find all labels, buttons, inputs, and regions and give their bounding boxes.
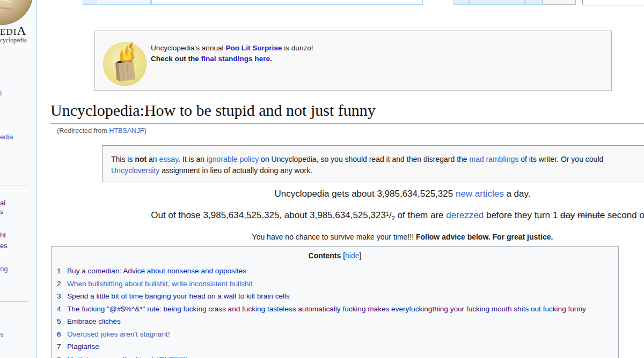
sidebar-link-fragment-4[interactable]: s — [0, 208, 3, 215]
redirect-prefix: (Redirected from — [57, 127, 109, 135]
toc-header: Contents [hide] — [52, 251, 618, 260]
toc-item-number: 8 — [57, 355, 61, 358]
text-segment: of its writer. Or you could — [518, 155, 603, 163]
banner-line-2: Check out the final standings here. — [151, 54, 313, 64]
text-segment: is dunzo! — [282, 44, 313, 52]
stats-line-advice: You have no chance to survive make your … — [102, 233, 644, 242]
inline-link[interactable]: derezzed — [446, 210, 484, 220]
text-segment: Uncyclopedia's annual — [151, 44, 225, 52]
inline-link[interactable]: mad ramblings — [470, 155, 519, 163]
toc-item-link[interactable]: When bullshitting about bullshit, write … — [67, 280, 252, 288]
text-segment: not — [135, 155, 147, 163]
text-segment: of them are — [395, 210, 446, 220]
text-segment: Check out the — [151, 55, 201, 63]
toc-item-number: 5 — [57, 317, 61, 325]
policy-notice-box: This is not an essay. It is an ignorable… — [102, 145, 644, 182]
toc-item-link[interactable]: Buy a comedian: Advice about nonsense an… — [67, 267, 246, 275]
flaming-bag-image[interactable] — [103, 42, 147, 86]
toc-item: 6Overused jokes aren't stagnant! — [57, 330, 618, 338]
tab-stub-1[interactable] — [83, 0, 98, 5]
page-title: Uncyclopedia:How to be stupid and not ju… — [50, 101, 644, 120]
text-segment: . It is an — [178, 155, 207, 163]
text-segment: a day. — [504, 189, 531, 199]
redirect-suffix: ) — [144, 127, 146, 135]
toc-item-link[interactable]: Embrace clichés — [67, 317, 121, 325]
tab-stub-3[interactable] — [151, 0, 423, 5]
sidebar-link-fragment-2[interactable]: edia — [0, 133, 13, 141]
text-segment: before they turn 1 — [484, 210, 560, 220]
text-segment: This is — [111, 155, 135, 163]
text-segment: an — [147, 155, 159, 163]
text-segment: day — [560, 210, 575, 220]
toc-item: 7Plagiarise — [57, 342, 618, 350]
inline-link[interactable]: Poo Lit Surprise — [225, 44, 282, 52]
title-rule — [50, 123, 644, 124]
toc-item-number: 2 — [57, 280, 61, 288]
logo-tagline: cyclopedia — [0, 37, 27, 43]
sidebar-separator-2 — [0, 301, 28, 302]
text-segment: You have no chance to survive make your … — [252, 233, 416, 241]
inline-link[interactable]: essay — [159, 155, 178, 163]
tab-stub-6[interactable] — [525, 0, 541, 5]
policy-notice-line-2: Uncycloversity assignment in lieu of act… — [111, 165, 644, 176]
sidebar-link-fragment-7[interactable]: ng — [0, 265, 8, 273]
site-notice-banner: Uncyclopedia's annual Poo Lit Surprise i… — [94, 31, 612, 91]
logo-wordmark[interactable]: EDIA — [0, 24, 26, 38]
toc-item-number: 1 — [57, 267, 61, 275]
text-segment: on Uncyclopedia, so you should read it a… — [259, 155, 469, 163]
search-input[interactable] — [582, 0, 644, 5]
text-segment: second old. — [605, 210, 644, 220]
logo-wordmark-small: EDI — [0, 27, 17, 37]
sidebar-link-fragment-5[interactable]: ht — [0, 231, 6, 239]
toc-item: 8Mutilate your spelling! i.e. lolOLZ!!!!… — [57, 355, 618, 358]
tab-stub-4[interactable] — [453, 0, 469, 5]
stats-line-derezzed: Out of those 3,985,634,525,325, about 3,… — [102, 208, 644, 223]
toc-item-number: 3 — [57, 292, 61, 300]
text-segment: Follow advice below. For great justice. — [416, 233, 553, 241]
table-of-contents: Contents [hide] 1Buy a comedian: Advice … — [51, 246, 619, 358]
toc-item: 4The fucking "@#$%^&*" rule: being fucki… — [57, 305, 618, 313]
page-viewport: EDIA cyclopedia t edia al s ht es ng s — [0, 0, 644, 358]
tab-stub-active[interactable] — [542, 0, 576, 5]
policy-notice-line-1: This is not an essay. It is an ignorable… — [111, 154, 644, 165]
redirect-source-link[interactable]: HTBSANJF — [109, 127, 144, 135]
toc-list: 1Buy a comedian: Advice about nonsense a… — [52, 267, 618, 358]
stats-section: Uncyclopedia gets about 3,985,634,525,32… — [102, 189, 644, 242]
text-segment: Out of those 3,985,634,525,325, about 3,… — [151, 210, 386, 220]
text-segment: minute — [577, 210, 605, 220]
text-segment: assignment in lieu of actually doing any… — [159, 166, 312, 175]
redirect-note: (Redirected from HTBSANJF) — [57, 127, 147, 135]
toc-bracket-close: ] — [360, 251, 362, 260]
stats-line-new-articles: Uncyclopedia gets about 3,985,634,525,32… — [102, 189, 644, 199]
toc-item-link[interactable]: Plagiarise — [67, 342, 99, 350]
toc-item-number: 7 — [57, 342, 61, 350]
banner-line-1: Uncyclopedia's annual Poo Lit Surprise i… — [151, 43, 313, 54]
sidebar-link-fragment-1[interactable]: t — [0, 89, 2, 97]
inline-link[interactable]: final standings here. — [201, 55, 272, 63]
toc-item: 2When bullshitting about bullshit, write… — [57, 280, 618, 288]
sidebar: EDIA cyclopedia t edia al s ht es ng s — [0, 0, 36, 358]
toc-item-number: 4 — [57, 305, 61, 313]
banner-text: Uncyclopedia's annual Poo Lit Surprise i… — [151, 43, 313, 64]
tab-stub-5[interactable] — [469, 0, 525, 5]
toc-item: 3Spend a little bit of time banging your… — [57, 292, 618, 300]
inline-link[interactable]: Uncycloversity — [111, 166, 159, 175]
text-segment: Uncyclopedia gets about 3,985,634,525,32… — [275, 189, 456, 199]
toc-item-link[interactable]: Spend a little bit of time banging your … — [67, 292, 290, 300]
sidebar-separator-1 — [0, 185, 28, 185]
toc-item-link[interactable]: Mutilate your spelling! i.e. lolOLZ!!!!!… — [67, 355, 187, 358]
toc-item: 1Buy a comedian: Advice about nonsense a… — [57, 267, 618, 275]
toc-item-number: 6 — [57, 330, 61, 338]
toc-item-link[interactable]: Overused jokes aren't stagnant! — [67, 330, 170, 338]
logo-wordmark-big: A — [17, 24, 26, 38]
toc-item: 5Embrace clichés — [57, 317, 618, 325]
toc-title: Contents — [309, 251, 341, 260]
toc-hide-link[interactable]: hide — [345, 251, 359, 260]
sidebar-link-fragment-3[interactable]: al — [0, 199, 5, 207]
inline-link[interactable]: new articles — [456, 189, 504, 199]
sidebar-link-fragment-8[interactable]: s — [0, 330, 4, 338]
tab-stub-2[interactable] — [99, 0, 151, 5]
toc-item-link[interactable]: The fucking "@#$%^&*" rule: being fuckin… — [67, 305, 586, 313]
sidebar-link-fragment-6[interactable]: es — [0, 242, 8, 250]
inline-link[interactable]: ignorable policy — [207, 155, 259, 163]
